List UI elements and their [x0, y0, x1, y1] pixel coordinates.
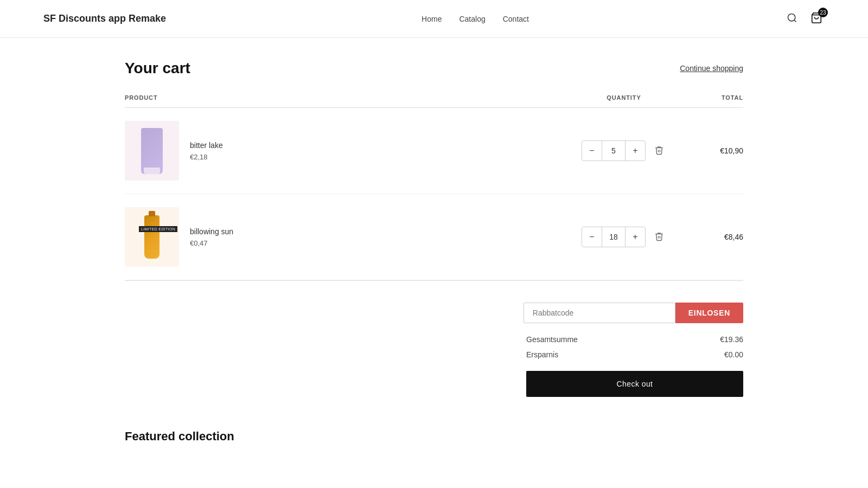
cart-header: Your cart Continue shopping [125, 60, 743, 77]
discount-input[interactable] [524, 303, 675, 323]
search-button[interactable] [784, 10, 800, 27]
order-summary: Gesamtsumme €19.36 Ersparnis €0.00 [526, 332, 743, 362]
subtotal-value: €19.36 [720, 335, 743, 344]
savings-value: €0.00 [724, 350, 743, 359]
item-image-1: LIMITED EDITION [125, 207, 179, 267]
col-total-header: TOTAL [678, 94, 743, 101]
trash-icon [654, 145, 664, 155]
item-quantity-1: − 18 + [570, 227, 678, 247]
nav-home[interactable]: Home [422, 15, 442, 23]
item-product-1: LIMITED EDITION billowing sun €0,47 [125, 207, 570, 267]
header: SF Discounts app Remake Home Catalog Con… [0, 0, 868, 38]
checkout-button[interactable]: Check out [526, 371, 743, 397]
site-logo: SF Discounts app Remake [43, 13, 166, 24]
qty-increase-0[interactable]: + [626, 141, 645, 160]
cart-button[interactable]: 23 [808, 10, 825, 28]
item-name-1: billowing sun [190, 227, 233, 236]
search-icon [787, 12, 797, 23]
delete-item-0[interactable] [652, 143, 666, 159]
cart-footer: EINLOSEN Gesamtsumme €19.36 Ersparnis €0… [125, 303, 743, 397]
qty-decrease-0[interactable]: − [582, 141, 602, 160]
main-nav: Home Catalog Contact [422, 15, 529, 23]
item-price-1: €0,47 [190, 239, 233, 247]
item-price-0: €2,18 [190, 153, 223, 161]
product-tube-image [141, 128, 163, 174]
item-details-1: billowing sun €0,47 [190, 227, 233, 247]
col-quantity-header: QUANTITY [570, 94, 678, 101]
summary-savings-row: Ersparnis €0.00 [526, 347, 743, 362]
item-total-1: €8,46 [678, 233, 743, 241]
qty-value-1: 18 [602, 227, 626, 247]
cart-title: Your cart [125, 60, 190, 77]
svg-line-1 [794, 20, 796, 22]
continue-shopping-link[interactable]: Continue shopping [680, 64, 743, 73]
cart-item-1: LIMITED EDITION billowing sun €0,47 − 18… [125, 194, 743, 280]
item-image-0 [125, 121, 179, 181]
summary-subtotal-row: Gesamtsumme €19.36 [526, 332, 743, 347]
item-product-0: bitter lake €2,18 [125, 121, 570, 181]
item-name-0: bitter lake [190, 141, 223, 150]
qty-increase-1[interactable]: + [626, 227, 645, 247]
product-bottle-image [144, 215, 159, 259]
item-details-0: bitter lake €2,18 [190, 141, 223, 161]
delete-item-1[interactable] [652, 229, 666, 245]
featured-section: Featured collection [125, 429, 743, 444]
limited-edition-badge: LIMITED EDITION [139, 226, 177, 232]
main-content: Your cart Continue shopping PRODUCT QUAN… [81, 38, 787, 465]
item-total-0: €10,90 [678, 146, 743, 155]
cart-divider [125, 280, 743, 281]
nav-catalog[interactable]: Catalog [459, 15, 485, 23]
discount-row: EINLOSEN [524, 303, 743, 323]
item-quantity-0: − 5 + [570, 140, 678, 161]
subtotal-label: Gesamtsumme [526, 335, 578, 344]
qty-value-0: 5 [602, 141, 626, 160]
table-headers: PRODUCT QUANTITY TOTAL [125, 94, 743, 108]
featured-title: Featured collection [125, 429, 743, 444]
qty-control-0: − 5 + [582, 140, 646, 161]
savings-label: Ersparnis [526, 350, 558, 359]
cart-badge: 23 [818, 8, 828, 17]
qty-control-1: − 18 + [582, 227, 646, 247]
qty-decrease-1[interactable]: − [582, 227, 602, 247]
header-icons: 23 [784, 10, 825, 28]
trash-icon [654, 232, 664, 241]
col-product-header: PRODUCT [125, 94, 570, 101]
discount-apply-button[interactable]: EINLOSEN [675, 303, 743, 323]
cart-item-0: bitter lake €2,18 − 5 + €10,90 [125, 108, 743, 194]
nav-contact[interactable]: Contact [503, 15, 529, 23]
svg-point-0 [788, 14, 795, 21]
